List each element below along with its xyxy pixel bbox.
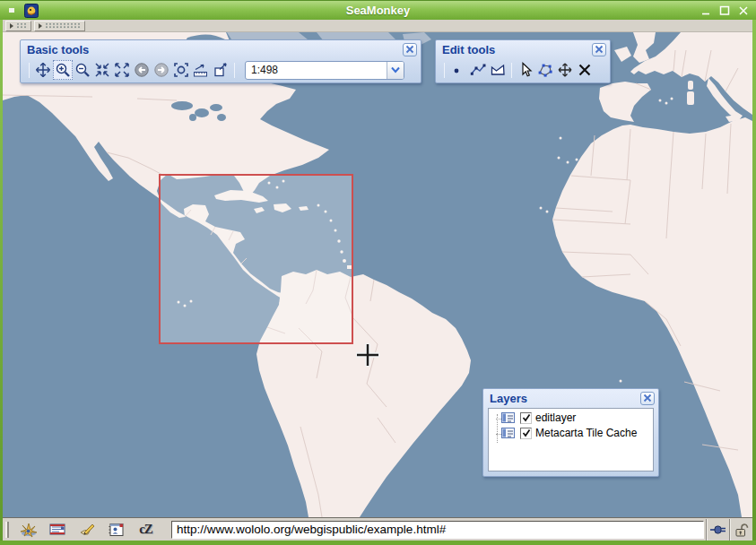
edit-tools-panel: Edit tools [435, 39, 611, 83]
layers-close-button[interactable] [640, 392, 655, 405]
layer-checkbox[interactable] [520, 428, 532, 439]
window-menu-marker[interactable] [9, 8, 14, 13]
address-book-button[interactable] [101, 519, 131, 541]
edit-tools-header[interactable]: Edit tools [436, 40, 610, 58]
measure-area-tool-button[interactable] [211, 60, 230, 80]
collapsed-toolbar-strip [3, 20, 752, 32]
component-bar-grippy[interactable] [5, 522, 9, 538]
component-bar: cZ http://www.wololo.org/webgispublic/ex… [3, 517, 752, 541]
navigator-button[interactable] [13, 519, 42, 541]
edit-tools-title: Edit tools [442, 43, 495, 56]
arrows-inward-icon [93, 61, 111, 79]
history-forward-button[interactable] [152, 60, 171, 80]
zoom-out-icon [74, 61, 91, 79]
zoom-window-tool-button[interactable] [92, 60, 112, 80]
basic-tools-header[interactable]: Basic tools [21, 40, 421, 58]
basic-tools-title: Basic tools [27, 43, 89, 56]
layers-panel: Layers editlayer [482, 388, 659, 477]
vertices-icon [536, 61, 554, 79]
zoom-in-tool-button[interactable] [53, 60, 73, 80]
layer-row-metacarta[interactable]: Metacarta Tile Cache [501, 427, 653, 439]
basic-tools-panel: Basic tools [20, 39, 421, 83]
measure-area-icon [212, 61, 230, 79]
polygon-icon [489, 61, 507, 79]
url-bar[interactable]: http://www.wololo.org/webgispublic/examp… [171, 521, 704, 539]
layer-label[interactable]: Metacarta Tile Cache [535, 427, 637, 439]
polyline-icon [469, 61, 487, 79]
chatzilla-icon: cZ [139, 522, 152, 537]
open-padlock-icon [734, 523, 750, 537]
composer-icon [77, 522, 97, 538]
mail-button[interactable] [42, 519, 72, 541]
measure-distance-tool-button[interactable] [191, 60, 211, 80]
address-book-icon [108, 522, 126, 538]
seamonkey-app-icon [24, 4, 39, 18]
expand-arrow-icon [39, 23, 42, 29]
titlebar: SeaMonkey [0, 0, 756, 20]
arrows-outward-icon [113, 61, 131, 79]
window-border-right [752, 20, 756, 545]
delete-x-icon [577, 62, 593, 78]
zoom-selection-box [160, 175, 352, 343]
maximize-button[interactable] [717, 4, 732, 17]
scale-dropdown-button[interactable] [387, 62, 404, 79]
zoom-in-icon [54, 61, 72, 79]
layer-label[interactable]: editlayer [535, 411, 576, 424]
seamonkey-window: SeaMonkey [0, 0, 756, 545]
minimize-button[interactable] [699, 4, 713, 17]
url-text: http://www.wololo.org/webgispublic/examp… [177, 523, 446, 536]
toolbar-separator [511, 63, 512, 78]
draw-point-tool-button[interactable] [448, 60, 468, 80]
layer-row-editlayer[interactable]: editlayer [501, 411, 653, 424]
window-border-bottom [0, 541, 756, 545]
close-button[interactable] [736, 4, 751, 17]
chevron-down-icon [391, 66, 400, 74]
edit-tools-close-button[interactable] [592, 43, 606, 56]
layers-title: Layers [490, 392, 527, 405]
layer-node-icon[interactable] [501, 411, 517, 424]
back-arrow-icon [133, 61, 151, 79]
move-icon [556, 61, 574, 79]
window-title: SeaMonkey [0, 4, 756, 17]
layers-list: editlayer Metacarta Tile Cache [488, 408, 654, 471]
navigator-icon [18, 522, 38, 538]
mail-icon [48, 522, 67, 538]
toolbar-separator [444, 63, 445, 78]
pan-icon [34, 61, 52, 79]
point-icon [450, 62, 466, 78]
scale-combobox[interactable]: 1:498 [245, 61, 404, 80]
modify-feature-tool-button[interactable] [535, 60, 555, 80]
layer-checkbox[interactable] [520, 412, 532, 424]
map-viewport[interactable]: Basic tools [3, 32, 752, 517]
toolbar-grippy-1[interactable] [5, 21, 31, 31]
draw-polygon-tool-button[interactable] [488, 60, 508, 80]
basic-tools-close-button[interactable] [403, 43, 417, 56]
layers-header[interactable]: Layers [483, 389, 658, 407]
scale-value[interactable]: 1:498 [246, 64, 387, 76]
zoom-max-extent-tool-button[interactable] [112, 60, 132, 80]
zoom-full-extent-tool-button[interactable] [171, 60, 191, 80]
delete-feature-tool-button[interactable] [575, 60, 595, 80]
history-back-button[interactable] [132, 60, 152, 80]
forward-arrow-icon [152, 61, 170, 79]
ruler-icon [192, 61, 210, 79]
full-extent-icon [172, 61, 190, 79]
select-feature-tool-button[interactable] [516, 60, 535, 80]
toolbar-separator [29, 63, 30, 78]
online-plug-icon [709, 523, 727, 536]
toolbar-separator [234, 63, 235, 78]
window-border-left [0, 20, 3, 545]
zoom-out-tool-button[interactable] [73, 60, 92, 80]
security-lock-cell[interactable] [729, 519, 752, 541]
chatzilla-button[interactable]: cZ [131, 519, 161, 541]
composer-button[interactable] [72, 519, 101, 541]
draw-line-tool-button[interactable] [468, 60, 488, 80]
check-icon [522, 413, 531, 422]
check-icon [522, 428, 531, 437]
move-feature-tool-button[interactable] [555, 60, 575, 80]
layer-node-icon[interactable] [501, 427, 517, 439]
cursor-icon [517, 61, 534, 79]
online-status-cell[interactable] [706, 519, 729, 541]
toolbar-grippy-2[interactable] [34, 21, 85, 31]
pan-tool-button[interactable] [33, 60, 53, 80]
